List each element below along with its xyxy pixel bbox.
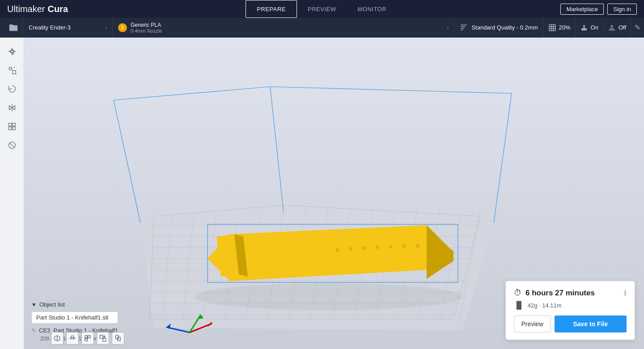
scale-tool[interactable] xyxy=(4,62,21,79)
svg-point-63 xyxy=(362,246,366,250)
nav-tabs: PREPARE PREVIEW MONITOR xyxy=(82,0,560,18)
info-icon[interactable]: ℹ xyxy=(624,289,627,297)
svg-rect-81 xyxy=(85,336,87,338)
printer-selector[interactable]: Creality Ender-3 ‹ xyxy=(23,18,113,38)
svg-point-67 xyxy=(416,244,419,248)
main-toolbar: Creality Ender-3 ‹ 1 Generic PLA 0.4mm N… xyxy=(0,18,644,38)
pencil-icon: ✎ xyxy=(31,327,36,334)
support-toggle[interactable]: On xyxy=(576,18,603,38)
delete-icon xyxy=(114,335,122,342)
svg-rect-2 xyxy=(461,28,465,29)
svg-rect-0 xyxy=(461,25,467,25)
material-selector[interactable]: 1 Generic PLA 0.4mm Nozzle ‹ xyxy=(113,18,454,38)
svg-rect-82 xyxy=(88,336,90,338)
per-model-icon xyxy=(7,122,17,131)
select-all-icon xyxy=(84,335,91,342)
svg-point-61 xyxy=(335,248,339,252)
svg-rect-14 xyxy=(9,67,11,70)
filament-icon: ▐▌ xyxy=(514,301,524,309)
svg-rect-20 xyxy=(12,123,15,126)
material-length: 14.11m xyxy=(542,302,561,309)
multiply-tool[interactable] xyxy=(97,332,109,345)
adhesion-icon xyxy=(608,24,616,32)
svg-rect-15 xyxy=(12,71,15,74)
support-icon xyxy=(580,24,588,32)
preview-button[interactable]: Preview xyxy=(514,315,551,332)
print-time-text: 6 hours 27 minutes xyxy=(525,289,595,298)
svg-rect-22 xyxy=(12,127,15,130)
svg-rect-85 xyxy=(103,338,106,341)
signin-button[interactable]: Sign in xyxy=(607,4,637,15)
select-all-tool[interactable] xyxy=(81,332,94,345)
svg-point-13 xyxy=(11,50,13,53)
svg-rect-80 xyxy=(71,336,73,338)
print-info-panel: ⏱ 6 hours 27 minutes ℹ ▐▌ 42g · 14.11m P… xyxy=(505,281,635,340)
main-area: ▼ Object list Part Studio 1 - Knifehalf1… xyxy=(0,38,644,349)
material-name: Generic PLA xyxy=(131,22,162,28)
svg-point-62 xyxy=(349,247,352,251)
lay-flat-tool[interactable] xyxy=(66,332,79,345)
lay-flat-icon xyxy=(69,335,76,342)
save-to-file-button[interactable]: Save to File xyxy=(555,315,627,332)
cube-tool[interactable] xyxy=(51,332,64,345)
tab-preview[interactable]: PREVIEW xyxy=(297,0,347,18)
svg-rect-10 xyxy=(583,25,585,29)
svg-point-65 xyxy=(389,245,393,248)
3d-viewport[interactable]: ▼ Object list Part Studio 1 - Knifehalf1… xyxy=(24,38,644,349)
support-label: On xyxy=(591,24,598,31)
logo-ultimaker: Ultimaker xyxy=(7,4,45,14)
print-time-left: ⏱ 6 hours 27 minutes xyxy=(514,288,595,298)
open-folder-button[interactable] xyxy=(4,18,23,38)
material-badge: 1 xyxy=(118,23,127,32)
quality-selector[interactable]: Standard Quality - 0.2mm xyxy=(454,18,543,38)
object-part-name: Part Studio 1 - Knifehalf1.stl xyxy=(36,314,108,321)
support-blocker-icon xyxy=(7,140,17,150)
svg-point-70 xyxy=(194,283,462,310)
svg-point-66 xyxy=(402,244,406,248)
mirror-icon xyxy=(7,103,17,113)
folder-icon xyxy=(8,23,18,33)
delete-tool[interactable] xyxy=(112,332,124,345)
material-weight: 42g xyxy=(528,302,538,309)
per-model-settings-tool[interactable] xyxy=(4,118,21,135)
move-tool[interactable] xyxy=(4,43,21,60)
cube-icon xyxy=(54,335,61,342)
material-stats: 42g · 14.11m xyxy=(528,302,562,309)
print-material-row: ▐▌ 42g · 14.11m xyxy=(514,301,627,309)
move-icon xyxy=(7,46,17,56)
infill-selector[interactable]: 20% xyxy=(544,18,576,38)
support-blocker-tool[interactable] xyxy=(4,137,21,154)
svg-point-64 xyxy=(376,245,379,249)
mirror-tool[interactable] xyxy=(4,99,21,116)
svg-line-24 xyxy=(10,143,14,147)
adhesion-toggle[interactable]: Off xyxy=(603,18,631,38)
multiply-icon xyxy=(99,335,106,342)
object-list-chevron-icon: ▼ xyxy=(31,302,37,308)
app-logo: Ultimaker Cura xyxy=(7,4,68,14)
print-buttons: Preview Save to File xyxy=(514,315,627,332)
tab-monitor[interactable]: MONITOR xyxy=(347,0,397,18)
material-info: Generic PLA 0.4mm Nozzle xyxy=(131,22,162,34)
left-sidebar xyxy=(0,38,24,349)
object-name-box[interactable]: Part Studio 1 - Knifehalf1.stl xyxy=(31,311,118,324)
nav-right-actions: Marketplace Sign in xyxy=(560,4,637,15)
infill-value: 20% xyxy=(559,24,571,31)
object-list-header[interactable]: ▼ Object list xyxy=(31,301,118,308)
material-nozzle: 0.4mm Nozzle xyxy=(131,28,162,34)
rotate-icon xyxy=(7,84,17,94)
printer-chevron-icon: ‹ xyxy=(105,25,107,31)
svg-rect-9 xyxy=(581,28,587,30)
settings-edit-icon[interactable]: ✎ xyxy=(635,23,640,32)
transform-icons-row xyxy=(51,332,124,345)
printer-name: Creality Ender-3 xyxy=(29,24,71,31)
svg-rect-21 xyxy=(8,127,11,130)
tab-prepare[interactable]: PREPARE xyxy=(246,0,297,18)
marketplace-button[interactable]: Marketplace xyxy=(560,4,604,15)
quality-label: Standard Quality - 0.2mm xyxy=(471,24,538,31)
rotate-tool[interactable] xyxy=(4,80,21,97)
svg-rect-83 xyxy=(85,339,87,341)
print-time-row: ⏱ 6 hours 27 minutes ℹ xyxy=(514,288,627,298)
svg-rect-1 xyxy=(461,26,466,27)
material-chevron-icon: ‹ xyxy=(447,25,449,31)
logo-cura: Cura xyxy=(47,4,68,14)
